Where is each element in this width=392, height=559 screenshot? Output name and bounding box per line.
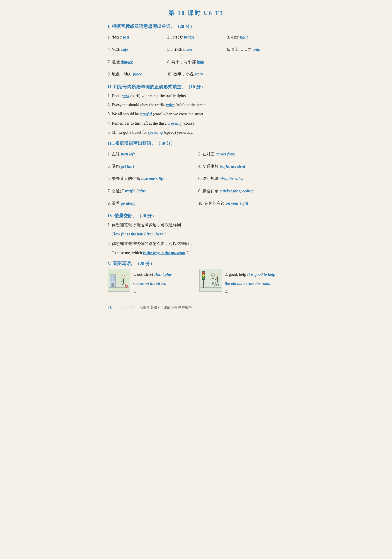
answer-10: story	[195, 72, 203, 76]
list-item: 9. 沿着 go along	[108, 200, 194, 207]
v-item-2-label: 2.	[225, 289, 275, 294]
list-item: 2. 在对面 across from	[198, 150, 284, 158]
answer-III-5: lose one's life	[141, 176, 164, 181]
svg-line-10	[123, 283, 126, 285]
v-item-2: 2. good, help It is good to help the old…	[199, 269, 284, 294]
answer-8: both	[197, 60, 204, 64]
answer-III-2: across from	[216, 152, 236, 156]
list-item: 4. Remember to turn left at the third cr…	[108, 120, 284, 127]
section-III-header: III. 根据汉语写出短语。（30 分）	[108, 140, 284, 146]
list-item: 5. Mr. Li got a ticket for speeding (spe…	[108, 129, 284, 136]
section-II: II. 用括号内所给单词的正确形式填空。（10 分） 1. Don't park…	[108, 84, 284, 136]
list-item: 5. /ˈtɪkɪt/ ticket	[167, 46, 224, 53]
footer-page-num: 10	[108, 304, 113, 310]
svg-line-23	[213, 282, 215, 286]
list-item: 4. /seɪf/ safe	[108, 46, 165, 53]
section-I: I. 根据音标或汉语意思写出单词。（20 分） 1. /fɑːst/ fast …	[108, 23, 284, 80]
answer-II-5: speeding	[148, 130, 163, 135]
page-title: 第 10 课时 U6 T3	[108, 9, 284, 17]
svg-point-16	[202, 277, 205, 279]
svg-line-27	[215, 278, 217, 280]
svg-line-8	[121, 280, 123, 282]
answer-III-7: traffic lights	[125, 189, 146, 193]
watermark: zyii.cn	[116, 302, 136, 313]
svg-line-28	[216, 281, 217, 286]
list-item: 1. Don't park (park) your car at the tra…	[108, 92, 284, 100]
section-IV-header: IV. 情景交际。（20 分）	[108, 213, 284, 219]
answer-9: place	[133, 72, 142, 76]
list-item: 3. /laɪt/ light	[227, 34, 284, 41]
section-III: III. 根据汉语写出短语。（30 分） 1. 左转 turn left 2. …	[108, 140, 284, 209]
svg-line-21	[213, 278, 215, 280]
answer-III-3: get hurt	[121, 164, 134, 168]
section-II-header: II. 用括号内所给单词的正确形式填空。（10 分）	[108, 84, 284, 90]
list-item: 7. 交通灯 traffic lights	[108, 187, 194, 195]
list-item: 3. 受伤 get hurt	[108, 163, 194, 170]
answer-IV-1: How far is the bank from here	[112, 232, 163, 236]
answer-III-6: obey the rules	[220, 176, 243, 181]
street-scene-icon	[109, 270, 129, 290]
svg-rect-4	[113, 279, 115, 280]
svg-line-24	[215, 280, 216, 286]
list-item: 9. 地点，地方 place	[108, 70, 165, 78]
answer-4: safe	[121, 47, 128, 52]
answer-5: ticket	[183, 47, 192, 52]
image-placeholder-1	[108, 269, 130, 292]
answer-3: light	[240, 35, 248, 39]
svg-rect-3	[111, 279, 112, 280]
svg-point-18	[211, 273, 215, 277]
list-item: 1. /fɑːst/ fast	[108, 34, 165, 41]
section-I-grid: 1. /fɑːst/ fast 2. /brɪdʒ/ bridge 3. /la…	[108, 32, 284, 80]
answer-2: bridge	[184, 35, 195, 39]
list-item: How far is the bank from here？	[112, 231, 284, 238]
answer-III-10: on your right	[226, 201, 248, 205]
list-item: 7. 危险 danger	[108, 58, 165, 65]
section-V-content: 1. not, street Don't play soccer on the …	[108, 269, 284, 294]
list-item: 10. 故事，小说 story	[167, 70, 224, 78]
answer-III-1: turn left	[121, 152, 135, 156]
answer-III-4: traffic accident	[220, 164, 245, 168]
svg-point-15	[202, 274, 205, 277]
list-item: 3. We all should be careful (care) when …	[108, 110, 284, 118]
answer-III-9: go along	[121, 201, 136, 205]
v-item-1-text: 1. not, street Don't play soccer on the …	[133, 269, 172, 294]
v-item-1: 1. not, street Don't play soccer on the …	[108, 269, 193, 294]
list-item: 6. 直到……才 until	[227, 46, 284, 53]
answer-II-4: crossing	[168, 121, 181, 126]
answer-V-1b: soccer on the street.	[133, 281, 166, 286]
svg-rect-5	[112, 283, 114, 287]
answer-V-2a: It is good to help	[247, 272, 275, 277]
list-item: 5. 失去某人的生命 lose one's life	[108, 175, 194, 182]
svg-rect-1	[111, 276, 112, 278]
answer-7: danger	[121, 60, 133, 64]
svg-point-25	[216, 274, 219, 276]
svg-line-22	[212, 282, 213, 286]
list-item: 2. /brɪdʒ/ bridge	[167, 34, 224, 41]
answer-III-8: a ticket for speeding	[220, 189, 253, 193]
svg-line-9	[122, 283, 123, 286]
list-item: 10. 在你的右边 on your right	[198, 200, 284, 207]
answer-II-2: rules	[166, 103, 175, 107]
answer-II-3: careful	[140, 112, 152, 116]
list-item: 1. 你想知道银行离这里多远，可以这样问：	[108, 221, 284, 228]
svg-point-6	[122, 275, 125, 279]
svg-point-14	[202, 272, 205, 274]
image-placeholder-2	[199, 269, 222, 292]
footer-text: 点拨考 英语 CC 课前小测 教师用书	[140, 305, 192, 309]
section-V: V. 看图写话。（20 分）	[108, 261, 284, 294]
answer-IV-2: is the way to the museum	[143, 251, 185, 255]
section-III-grid: 1. 左转 turn left 2. 在对面 across from 3. 受伤…	[108, 149, 284, 209]
answer-6: until	[252, 47, 260, 52]
v-item-2-text: 2. good, help It is good to help the old…	[225, 269, 275, 294]
answer-V-1a: Don't play	[154, 272, 172, 277]
section-I-header: I. 根据音标或汉语意思写出单词。（20 分）	[108, 23, 284, 29]
answer-1: fast	[123, 35, 129, 39]
list-item: 6. 遵守规则 obey the rules	[198, 175, 284, 182]
answer-V-2b: the old man cross the road.	[225, 281, 270, 286]
answer-II-1: park	[122, 93, 129, 98]
list-item: 4. 交通事故 traffic accident	[198, 163, 284, 170]
list-item: 2. 你想知道去博物馆的路怎么走，可以这样问：	[108, 240, 284, 247]
footer: 10 zyii.cn 点拨考 英语 CC 课前小测 教师用书	[108, 301, 284, 312]
section-V-header: V. 看图写话。（20 分）	[108, 261, 284, 267]
svg-rect-2	[113, 276, 115, 278]
